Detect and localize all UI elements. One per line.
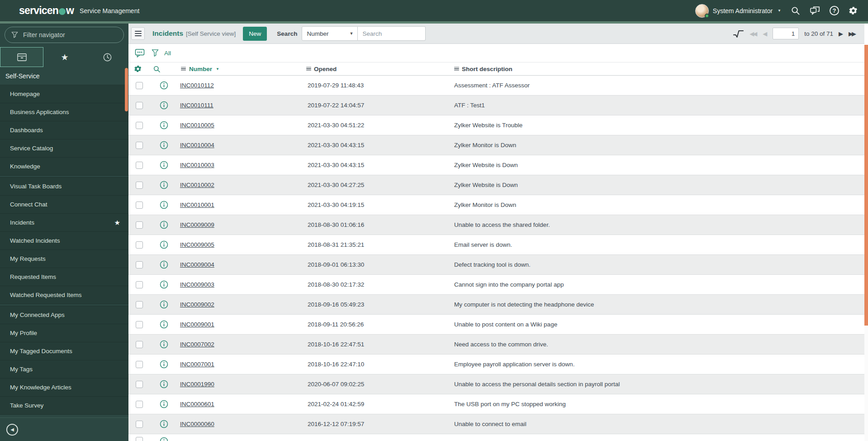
- row-checkbox[interactable]: [136, 261, 143, 268]
- page-scrollbar[interactable]: [864, 45, 868, 441]
- column-menu-icon[interactable]: [306, 67, 311, 71]
- info-icon[interactable]: [154, 360, 172, 369]
- row-checkbox[interactable]: [136, 82, 143, 89]
- sidebar-item-my-knowledge-articles[interactable]: My Knowledge Articles ★: [0, 379, 128, 397]
- column-header-short-description[interactable]: Short description: [447, 66, 864, 72]
- sidebar-item-dashboards[interactable]: Dashboards ★: [0, 121, 128, 139]
- column-search-icon[interactable]: [153, 65, 161, 73]
- row-checkbox[interactable]: [136, 182, 143, 189]
- row-checkbox[interactable]: [136, 401, 143, 408]
- page-title[interactable]: Incidents: [152, 29, 183, 38]
- last-page-icon[interactable]: ▶▶: [849, 31, 856, 37]
- incident-number-link[interactable]: INC0001990: [180, 381, 214, 388]
- info-icon[interactable]: [154, 121, 172, 129]
- info-icon[interactable]: [154, 240, 172, 249]
- sidebar-item-watched-incidents[interactable]: Watched Incidents ★: [0, 232, 128, 250]
- tab-history[interactable]: [86, 47, 128, 67]
- sidebar-item-my-tags[interactable]: My Tags ★: [0, 360, 128, 379]
- next-page-icon[interactable]: ▶: [839, 31, 843, 37]
- servicenow-logo[interactable]: servicenw: [19, 5, 74, 17]
- incident-number-link[interactable]: INC0010001: [180, 201, 214, 208]
- page-input[interactable]: [773, 28, 799, 39]
- info-icon[interactable]: [154, 300, 172, 309]
- chat-icon[interactable]: [810, 6, 820, 15]
- filter-navigator-input[interactable]: [5, 27, 124, 43]
- activity-stream-icon[interactable]: [733, 29, 744, 38]
- info-icon[interactable]: [154, 141, 172, 149]
- row-checkbox[interactable]: [136, 381, 143, 388]
- info-icon[interactable]: [154, 260, 172, 269]
- row-checkbox[interactable]: [136, 102, 143, 109]
- column-menu-icon[interactable]: [454, 67, 459, 71]
- info-icon[interactable]: [154, 320, 172, 329]
- page-scrollbar-thumb[interactable]: [864, 45, 868, 326]
- search-icon[interactable]: [791, 6, 800, 15]
- info-icon[interactable]: [154, 340, 172, 349]
- info-icon[interactable]: [154, 101, 172, 110]
- row-checkbox[interactable]: [136, 437, 143, 441]
- info-icon[interactable]: [154, 280, 172, 289]
- row-checkbox[interactable]: [136, 421, 143, 428]
- sidebar-item-requested-items[interactable]: Requested Items ★: [0, 268, 128, 286]
- row-checkbox[interactable]: [136, 341, 143, 348]
- incident-number-link[interactable]: INC0010004: [180, 142, 214, 149]
- info-icon[interactable]: [154, 161, 172, 169]
- incident-number-link[interactable]: INC0010005: [180, 122, 214, 129]
- personalize-gear-icon[interactable]: [134, 65, 142, 73]
- sidebar-item-my-tagged-documents[interactable]: My Tagged Documents ★: [0, 342, 128, 360]
- sidebar-item-service-catalog[interactable]: Service Catalog ★: [0, 139, 128, 158]
- incident-number-link[interactable]: INC0000601: [180, 401, 214, 407]
- info-icon[interactable]: [154, 201, 172, 209]
- sidebar-item-take-survey[interactable]: Take Survey ★: [0, 397, 128, 415]
- incident-number-link[interactable]: INC0009002: [180, 301, 214, 308]
- info-icon[interactable]: [154, 380, 172, 388]
- incident-number-link[interactable]: INC0010112: [180, 82, 214, 89]
- favorite-star-icon[interactable]: ★: [114, 219, 120, 227]
- sidebar-item-homepage[interactable]: Homepage ★: [0, 85, 128, 103]
- incident-number-link[interactable]: INC0009004: [180, 261, 214, 268]
- incident-number-link[interactable]: INC0000060: [180, 421, 214, 427]
- incident-number-link[interactable]: INC0010111: [180, 102, 213, 109]
- search-field-select[interactable]: Number ▼: [302, 26, 358, 41]
- incident-number-link[interactable]: INC0009001: [180, 321, 214, 328]
- incident-number-link[interactable]: INC0007002: [180, 341, 214, 348]
- sidebar-item-incidents[interactable]: Incidents ★: [0, 214, 128, 232]
- sidebar-item-watched-requested-items[interactable]: Watched Requested Items ★: [0, 286, 128, 304]
- incident-number-link[interactable]: INC0007001: [180, 361, 214, 368]
- incident-number-link[interactable]: INC0010002: [180, 182, 214, 188]
- sidebar-item-visual-task-boards[interactable]: Visual Task Boards ★: [0, 177, 128, 196]
- row-checkbox[interactable]: [136, 361, 143, 368]
- tab-all-applications[interactable]: [0, 47, 43, 67]
- tab-favorites[interactable]: ★: [43, 47, 86, 67]
- row-checkbox[interactable]: [136, 122, 143, 129]
- info-icon[interactable]: [154, 400, 172, 408]
- sidebar-scrollbar-thumb[interactable]: [125, 68, 128, 111]
- row-checkbox[interactable]: [136, 301, 143, 308]
- previous-page-icon[interactable]: ◀: [763, 31, 767, 37]
- gear-icon[interactable]: [849, 6, 858, 15]
- help-icon[interactable]: ?: [830, 6, 839, 15]
- breadcrumb-all[interactable]: All: [164, 50, 171, 57]
- row-checkbox[interactable]: [136, 281, 143, 288]
- sidebar-item-business-applications[interactable]: Business Applications ★: [0, 103, 128, 121]
- row-checkbox[interactable]: [136, 142, 143, 149]
- sidebar-item-connect-chat[interactable]: Connect Chat ★: [0, 196, 128, 214]
- incident-number-link[interactable]: INC0009003: [180, 281, 214, 288]
- row-checkbox[interactable]: [136, 321, 143, 328]
- info-icon[interactable]: [154, 220, 172, 229]
- incident-number-link[interactable]: INC0010003: [180, 162, 214, 168]
- avatar[interactable]: [695, 4, 709, 18]
- info-icon[interactable]: [154, 420, 172, 428]
- column-header-number[interactable]: Number ▼: [172, 66, 300, 72]
- column-header-opened[interactable]: Opened: [300, 66, 447, 72]
- sidebar-section-self-service[interactable]: Self-Service: [0, 67, 128, 85]
- row-checkbox[interactable]: [136, 241, 143, 249]
- sidebar-item-my-connected-apps[interactable]: My Connected Apps ★: [0, 306, 128, 324]
- incident-number-link[interactable]: INC0009005: [180, 241, 214, 248]
- info-icon[interactable]: [154, 437, 172, 441]
- collapse-sidebar-icon[interactable]: ◀: [6, 424, 18, 436]
- user-menu[interactable]: System Administrator ▼: [695, 4, 781, 18]
- sidebar-item-knowledge[interactable]: Knowledge ★: [0, 158, 128, 176]
- list-search-input[interactable]: [358, 26, 426, 41]
- activity-bubble-icon[interactable]: [135, 48, 145, 58]
